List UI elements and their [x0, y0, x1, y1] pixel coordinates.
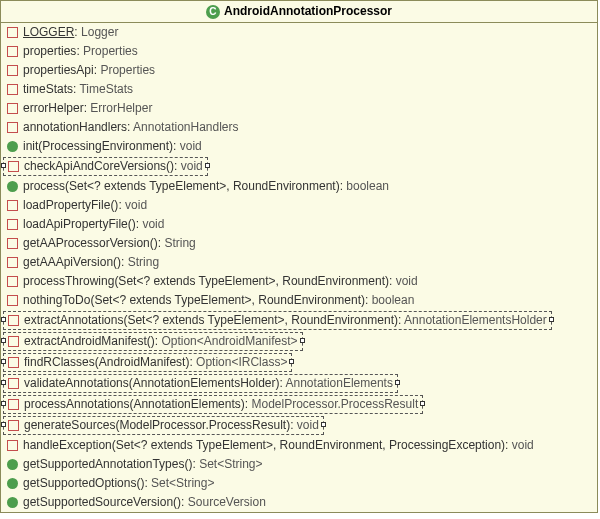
- member-row[interactable]: annotationHandlers: AnnotationHandlers: [1, 118, 597, 137]
- member-label: errorHelper: ErrorHelper: [23, 100, 152, 117]
- member-label: validateAnnotations(AnnotationElementsHo…: [24, 375, 393, 392]
- selection-handle[interactable]: [1, 401, 6, 406]
- member-row[interactable]: properties: Properties: [1, 42, 597, 61]
- member-row[interactable]: getSupportedSourceVersion(): SourceVersi…: [1, 493, 597, 512]
- member-label: getAAProcessorVersion(): String: [23, 235, 196, 252]
- selection-box[interactable]: generateSources(ModelProcessor.ProcessRe…: [3, 416, 324, 435]
- field-icon: [7, 27, 18, 38]
- selection-handle[interactable]: [420, 401, 425, 406]
- uml-class-box: CAndroidAnnotationProcessor LOGGER: Logg…: [0, 0, 598, 513]
- selection-handle[interactable]: [205, 163, 210, 168]
- member-row[interactable]: getSupportedAnnotationTypes(): Set<Strin…: [1, 455, 597, 474]
- member-row[interactable]: extractAndroidManifest(): Option<Android…: [1, 331, 597, 352]
- member-label: loadPropertyFile(): void: [23, 197, 147, 214]
- member-label: timeStats: TimeStats: [23, 81, 133, 98]
- member-row[interactable]: init(ProcessingEnvironment): void: [1, 137, 597, 156]
- member-row[interactable]: processAnnotations(AnnotationElements): …: [1, 394, 597, 415]
- selection-box[interactable]: processAnnotations(AnnotationElements): …: [3, 395, 423, 414]
- field-icon: [7, 103, 18, 114]
- private-method-icon: [7, 257, 18, 268]
- private-method-icon: [8, 399, 19, 410]
- class-icon: C: [206, 5, 220, 19]
- selection-handle[interactable]: [1, 317, 6, 322]
- selection-handle[interactable]: [1, 163, 6, 168]
- class-header[interactable]: CAndroidAnnotationProcessor: [1, 1, 597, 23]
- member-row[interactable]: findRClasses(AndroidManifest): Option<IR…: [1, 352, 597, 373]
- selection-handle[interactable]: [300, 338, 305, 343]
- selection-handle[interactable]: [1, 422, 6, 427]
- member-label: extractAnnotations(Set<? extends TypeEle…: [24, 312, 547, 329]
- member-row[interactable]: handleException(Set<? extends TypeElemen…: [1, 436, 597, 455]
- private-method-icon: [7, 219, 18, 230]
- member-label: getSupportedAnnotationTypes(): Set<Strin…: [23, 456, 263, 473]
- private-method-icon: [8, 378, 19, 389]
- member-row[interactable]: validateAnnotations(AnnotationElementsHo…: [1, 373, 597, 394]
- member-row[interactable]: propertiesApi: Properties: [1, 61, 597, 80]
- private-method-icon: [7, 295, 18, 306]
- member-label: processAnnotations(AnnotationElements): …: [24, 396, 418, 413]
- public-method-icon: [7, 181, 18, 192]
- public-method-icon: [7, 141, 18, 152]
- member-row[interactable]: checkApiAndCoreVersions(): void: [1, 156, 597, 177]
- member-label: properties: Properties: [23, 43, 138, 60]
- public-method-icon: [7, 459, 18, 470]
- member-label: findRClasses(AndroidManifest): Option<IR…: [24, 354, 287, 371]
- selection-box[interactable]: checkApiAndCoreVersions(): void: [3, 157, 208, 176]
- member-label: nothingToDo(Set<? extends TypeElement>, …: [23, 292, 414, 309]
- selection-handle[interactable]: [1, 338, 6, 343]
- field-icon: [7, 65, 18, 76]
- member-row[interactable]: getSupportedOptions(): Set<String>: [1, 474, 597, 493]
- class-name: AndroidAnnotationProcessor: [224, 4, 392, 18]
- private-method-icon: [7, 200, 18, 211]
- private-method-icon: [7, 440, 18, 451]
- member-label: generateSources(ModelProcessor.ProcessRe…: [24, 417, 319, 434]
- selection-box[interactable]: extractAndroidManifest(): Option<Android…: [3, 332, 303, 351]
- private-method-icon: [7, 276, 18, 287]
- private-method-icon: [8, 357, 19, 368]
- member-row[interactable]: loadPropertyFile(): void: [1, 196, 597, 215]
- public-method-icon: [7, 497, 18, 508]
- selection-handle[interactable]: [1, 380, 6, 385]
- member-label: extractAndroidManifest(): Option<Android…: [24, 333, 298, 350]
- member-row[interactable]: processThrowing(Set<? extends TypeElemen…: [1, 272, 597, 291]
- selection-box[interactable]: extractAnnotations(Set<? extends TypeEle…: [3, 311, 552, 330]
- selection-handle[interactable]: [1, 359, 6, 364]
- member-row[interactable]: getAAProcessorVersion(): String: [1, 234, 597, 253]
- member-row[interactable]: extractAnnotations(Set<? extends TypeEle…: [1, 310, 597, 331]
- selection-box[interactable]: findRClasses(AndroidManifest): Option<IR…: [3, 353, 292, 372]
- field-icon: [7, 46, 18, 57]
- member-row[interactable]: getAAApiVersion(): String: [1, 253, 597, 272]
- member-label: loadApiPropertyFile(): void: [23, 216, 164, 233]
- member-row[interactable]: LOGGER: Logger: [1, 23, 597, 42]
- selection-box[interactable]: validateAnnotations(AnnotationElementsHo…: [3, 374, 398, 393]
- member-row[interactable]: loadApiPropertyFile(): void: [1, 215, 597, 234]
- field-icon: [7, 122, 18, 133]
- member-label: init(ProcessingEnvironment): void: [23, 138, 202, 155]
- member-label: getSupportedSourceVersion(): SourceVersi…: [23, 494, 266, 511]
- private-method-icon: [8, 420, 19, 431]
- member-row[interactable]: errorHelper: ErrorHelper: [1, 99, 597, 118]
- member-label: getSupportedOptions(): Set<String>: [23, 475, 214, 492]
- member-label: propertiesApi: Properties: [23, 62, 155, 79]
- member-label: checkApiAndCoreVersions(): void: [24, 158, 203, 175]
- private-method-icon: [8, 161, 19, 172]
- member-label: LOGGER: Logger: [23, 24, 118, 41]
- public-method-icon: [7, 478, 18, 489]
- selection-handle[interactable]: [321, 422, 326, 427]
- selection-handle[interactable]: [395, 380, 400, 385]
- field-icon: [7, 84, 18, 95]
- member-row[interactable]: nothingToDo(Set<? extends TypeElement>, …: [1, 291, 597, 310]
- member-label: processThrowing(Set<? extends TypeElemen…: [23, 273, 418, 290]
- private-method-icon: [7, 238, 18, 249]
- member-row[interactable]: process(Set<? extends TypeElement>, Roun…: [1, 177, 597, 196]
- selection-handle[interactable]: [289, 359, 294, 364]
- member-row[interactable]: timeStats: TimeStats: [1, 80, 597, 99]
- members-section: LOGGER: Loggerproperties: Propertiesprop…: [1, 23, 597, 512]
- private-method-icon: [8, 315, 19, 326]
- member-row[interactable]: generateSources(ModelProcessor.ProcessRe…: [1, 415, 597, 436]
- private-method-icon: [8, 336, 19, 347]
- selection-handle[interactable]: [549, 317, 554, 322]
- member-label: handleException(Set<? extends TypeElemen…: [23, 437, 534, 454]
- member-label: process(Set<? extends TypeElement>, Roun…: [23, 178, 389, 195]
- member-label: getAAApiVersion(): String: [23, 254, 159, 271]
